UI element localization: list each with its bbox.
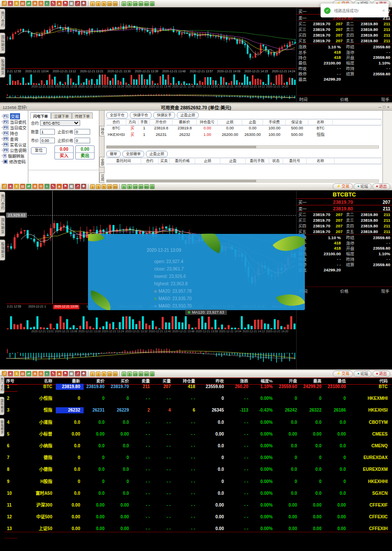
tab-international-futures[interactable]: 国际期货 xyxy=(0,216,5,237)
depth-row[interactable]: 买二23819.70207卖二23819.80211 xyxy=(297,212,392,217)
volume-chart-canvas-main[interactable] xyxy=(6,315,296,329)
reconnect-icon[interactable]: ↺ xyxy=(2,184,7,189)
tab-hot-contracts[interactable]: 热门合约 xyxy=(0,192,5,213)
period-button[interactable]: 5 xyxy=(127,1,132,6)
scrollbar-thumb[interactable] xyxy=(107,146,256,148)
depth-row[interactable]: 买五23819.70207卖五23819.80211 xyxy=(297,38,392,44)
account-icon[interactable]: ♦ xyxy=(8,371,13,376)
menu-item-f9[interactable]: F9公告说明 xyxy=(0,147,28,153)
quote-row[interactable]: 11沪深3000.000.000.00- -- -- -0.00- -0.00%… xyxy=(4,502,391,514)
tab-index-futures[interactable]: 股指期货 xyxy=(0,240,5,260)
period-button[interactable]: 1 xyxy=(90,372,95,376)
grid-icon[interactable]: ▦ xyxy=(69,371,74,376)
toast-close-icon[interactable]: × xyxy=(382,8,385,13)
tab-international-futures[interactable]: 国际期货 xyxy=(0,397,4,415)
order-tab[interactable]: 闪电下单 xyxy=(30,112,51,119)
menu-item-f2[interactable]: F2当日委托 xyxy=(0,119,28,125)
depth-row[interactable]: 买四23819.70207卖四23819.80211 xyxy=(297,223,392,229)
tp-sl-button-2[interactable]: 止盈止损 xyxy=(146,151,168,157)
order-book-icon[interactable]: ▤ xyxy=(20,371,25,376)
stop-loss-input[interactable] xyxy=(74,138,90,143)
period-button[interactable]: 15 xyxy=(133,1,138,6)
draw-line-icon[interactable]: ✎ xyxy=(51,1,56,6)
quote-row[interactable]: 7德指000- -- -- -0- -0.00%000EUREXDAX xyxy=(4,455,391,466)
order-book-icon[interactable]: ▤ xyxy=(20,1,25,6)
period-button[interactable]: 15 xyxy=(133,372,138,376)
screenshot-icon[interactable]: ◐ xyxy=(44,1,50,6)
position-row[interactable]: BTC买123819.823819.80.000.000.00100.00500… xyxy=(106,125,382,132)
menu-item-f1[interactable]: F1交易 xyxy=(0,113,28,119)
bid1-row[interactable]: 买一23819.70207 xyxy=(297,199,392,205)
price-input[interactable] xyxy=(40,138,55,143)
period-button[interactable]: 1 xyxy=(122,372,126,376)
tp-sl-button[interactable]: 止盈止损 xyxy=(177,112,199,118)
period-button[interactable]: 日 xyxy=(150,184,155,189)
screenshot-icon[interactable]: ◐ xyxy=(44,184,50,189)
zoom-out-icon[interactable]: ⊖ xyxy=(38,184,44,189)
take-profit-input[interactable] xyxy=(74,129,90,135)
refresh-icon[interactable]: ⇄ xyxy=(26,1,31,6)
trend-icon[interactable]: ↗ xyxy=(75,184,80,189)
period-button[interactable]: 5 xyxy=(101,1,106,6)
tools-icon[interactable]: ✚ xyxy=(81,1,86,6)
depth-row[interactable]: 买三23819.70207卖三23819.80211 xyxy=(297,27,392,32)
close-all-positions-button[interactable]: 全部平仓 xyxy=(106,112,128,118)
period-button[interactable]: 30 xyxy=(139,372,143,376)
reconnect-icon[interactable]: ↺ xyxy=(2,1,7,6)
quote-row[interactable]: 6小纳指0.00.00.0- -- -- -0.0- -0.00%0.00.00… xyxy=(4,443,391,455)
paint-icon[interactable]: ▲ xyxy=(57,1,62,6)
period-button[interactable]: 5 xyxy=(101,184,106,189)
window-control-button[interactable]: □ xyxy=(383,105,385,109)
flag-icon[interactable]: ⚑ xyxy=(63,184,68,189)
reset-button[interactable]: 复位 xyxy=(31,147,47,154)
grid-icon[interactable]: ▦ xyxy=(69,1,74,6)
tab-hot-contracts[interactable]: 热门合约 xyxy=(0,9,5,30)
zoom-in-icon[interactable]: ⊕ xyxy=(32,1,37,6)
trade-button[interactable]: ⚡交易 xyxy=(333,371,353,377)
period-button[interactable]: 15 xyxy=(133,184,138,189)
quote-row[interactable]: 3恒指26232262312622924626345-113-0.43%2624… xyxy=(4,407,391,419)
position-row[interactable]: HKEXHSI买126231262321.0026200.0026300.001… xyxy=(106,132,382,138)
paint-icon[interactable]: ▲ xyxy=(57,184,62,189)
menu-item-¥[interactable]: ¥银期转账 xyxy=(0,153,28,159)
period-button[interactable]: 15 xyxy=(107,1,112,6)
period-button[interactable]: 15 xyxy=(107,372,112,376)
period-button[interactable]: 60 xyxy=(144,1,149,6)
window-control-button[interactable]: ─ xyxy=(378,105,381,109)
forum-button[interactable]: ●论坛 xyxy=(354,183,372,190)
window-control-button[interactable]: × xyxy=(387,105,389,109)
tab-index-futures[interactable]: 股指期货 xyxy=(0,57,5,78)
draw-line-icon[interactable]: ✎ xyxy=(51,184,56,189)
period-button[interactable]: 3 xyxy=(96,372,101,376)
period-button[interactable]: 30 xyxy=(139,1,143,6)
zoom-in-icon[interactable]: ⊕ xyxy=(32,184,37,189)
period-button[interactable]: 1 xyxy=(122,1,126,6)
funds-icon[interactable]: $ xyxy=(14,371,19,376)
period-button[interactable]: 30 xyxy=(139,184,143,189)
period-button[interactable]: 30 xyxy=(113,1,118,6)
order-tab[interactable]: 三键下单 xyxy=(51,112,72,119)
quote-row[interactable]: 13上证500.000.000.00- -- -- -0.00- -0.00%0… xyxy=(4,526,391,538)
period-button[interactable]: 日 xyxy=(150,372,155,376)
refresh-icon[interactable]: ⇄ xyxy=(26,371,31,376)
horizontal-scrollbar[interactable] xyxy=(106,145,379,149)
quote-row[interactable]: 10富时A500.00.00.0- -- -- -0.0- -0.00%0.00… xyxy=(4,490,391,502)
quote-row[interactable]: 4小道指0.00.00.0- -- -- -0.0- -0.00%0.00.00… xyxy=(4,419,391,431)
menu-item-f3[interactable]: F3当日成交 xyxy=(0,125,28,130)
paint-icon[interactable]: ▲ xyxy=(57,371,62,376)
screenshot-icon[interactable]: ◐ xyxy=(44,371,50,376)
period-button[interactable]: 1 xyxy=(90,184,95,189)
menu-item-f5[interactable]: F5查询 xyxy=(0,136,28,142)
period-button[interactable]: 60 xyxy=(144,184,149,189)
oscillator-chart-canvas-main[interactable] xyxy=(6,334,296,368)
quote-row[interactable]: 5小标普0.000.000.00- -- -- -0.00- -0.00%0.0… xyxy=(4,431,391,443)
depth-row[interactable]: 买四23819.70207卖四23819.80211 xyxy=(297,32,392,38)
quote-row[interactable]: 2小恒指000- -- -- -0- -0.00%000HKEXMHI xyxy=(4,396,391,407)
cancel-order-button[interactable]: 撤单 xyxy=(106,151,121,157)
flag-icon[interactable]: ⚑ xyxy=(63,371,68,376)
draw-line-icon[interactable]: ✎ xyxy=(51,371,56,376)
period-button[interactable]: 30 xyxy=(113,372,118,376)
candlestick-chart-canvas[interactable] xyxy=(6,8,296,68)
quick-close-button[interactable]: 快捷平仓 xyxy=(130,112,152,118)
tab-index-futures[interactable]: 股指期货 xyxy=(0,418,4,436)
